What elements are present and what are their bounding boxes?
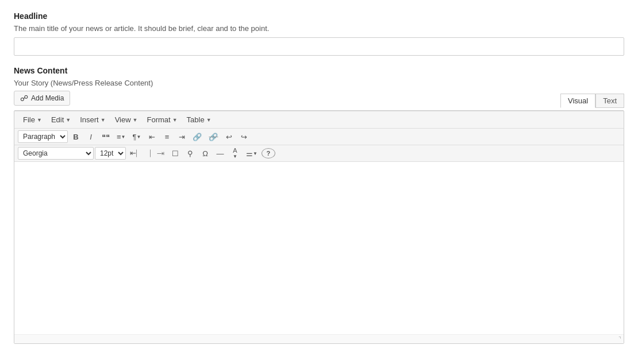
special-char-button[interactable]: Ω: [198, 147, 212, 160]
headline-label: Headline: [14, 11, 624, 21]
ordered-list-button[interactable]: ¶ ▼: [130, 130, 144, 143]
insert-link-button[interactable]: 🔗: [190, 130, 205, 143]
italic-button[interactable]: I: [84, 130, 98, 143]
headline-input[interactable]: [14, 37, 624, 56]
align-right-button[interactable]: ⇥: [175, 130, 189, 143]
font-color-arrow: ▼: [233, 154, 237, 159]
anchor-button[interactable]: ⚲: [183, 147, 197, 160]
visual-tab-button[interactable]: Visual: [560, 94, 595, 108]
outdent-button[interactable]: ⇤⎸: [127, 147, 146, 160]
editor-wrapper: File ▼ Edit ▼ Insert ▼ View ▼ Format ▼ T…: [14, 110, 624, 344]
menu-format[interactable]: Format ▼: [143, 114, 182, 126]
text-tab-button[interactable]: Text: [595, 94, 624, 108]
menu-file-arrow: ▼: [37, 117, 42, 123]
editor-content-area[interactable]: [14, 162, 624, 334]
menu-insert[interactable]: Insert ▼: [76, 114, 109, 126]
menu-file[interactable]: File ▼: [19, 114, 46, 126]
resize-icon: ⌝: [618, 336, 621, 342]
news-content-label: News Content: [14, 66, 624, 75]
menu-view-arrow: ▼: [133, 117, 138, 123]
menu-insert-label: Insert: [80, 115, 99, 124]
align-left-button[interactable]: ⇤: [145, 130, 159, 143]
add-media-icon: ☍: [20, 94, 28, 103]
menu-table[interactable]: Table ▼: [183, 114, 216, 126]
font-family-select[interactable]: Georgia Arial Times New Roman: [18, 147, 94, 160]
headline-section: Headline The main title of your news or …: [14, 11, 624, 66]
editor-resize-handle: ⌝: [14, 334, 624, 343]
menu-edit-arrow: ▼: [66, 117, 71, 123]
news-content-section: News Content Your Story (News/Press Rele…: [14, 66, 624, 344]
toolbar-row-1: Paragraph Heading 1 Heading 2 Heading 3 …: [14, 129, 624, 145]
visual-text-tabs: Visual Text: [560, 94, 624, 108]
font-size-select[interactable]: 12pt 10pt 11pt 14pt 18pt 24pt: [95, 147, 126, 160]
editor-menubar: File ▼ Edit ▼ Insert ▼ View ▼ Format ▼ T…: [14, 111, 624, 129]
toolbar-row-2: Georgia Arial Times New Roman 12pt 10pt …: [14, 145, 624, 162]
menu-view[interactable]: View ▼: [111, 114, 142, 126]
help-button[interactable]: ?: [262, 148, 275, 158]
indent-button[interactable]: ⎸⇥: [147, 147, 167, 160]
redo-button[interactable]: ↪: [237, 130, 251, 143]
menu-insert-arrow: ▼: [101, 117, 106, 123]
font-color-label: A: [233, 148, 237, 154]
blockquote-button[interactable]: ❝❝: [99, 130, 113, 143]
paragraph-select[interactable]: Paragraph Heading 1 Heading 2 Heading 3 …: [18, 130, 68, 143]
unordered-list-button[interactable]: ≡ ▼: [114, 130, 129, 143]
add-media-button[interactable]: ☍ Add Media: [14, 91, 70, 106]
remove-link-button[interactable]: 🔗: [206, 130, 221, 143]
menu-file-label: File: [23, 115, 35, 124]
add-media-label: Add Media: [31, 94, 64, 102]
align-center-button[interactable]: ≡: [160, 130, 174, 143]
media-button[interactable]: ☐: [168, 147, 182, 160]
hr-button[interactable]: ―: [213, 147, 227, 160]
menu-format-arrow: ▼: [172, 117, 178, 123]
story-label: Your Story (News/Press Release Content): [14, 79, 624, 87]
font-color-button[interactable]: A ▼: [228, 147, 242, 160]
menu-table-arrow: ▼: [206, 117, 212, 123]
menu-edit[interactable]: Edit ▼: [47, 114, 75, 126]
menu-table-label: Table: [187, 115, 205, 124]
menu-view-label: View: [115, 115, 131, 124]
undo-button[interactable]: ↩: [222, 130, 236, 143]
menu-format-label: Format: [147, 115, 171, 124]
menu-edit-label: Edit: [51, 115, 64, 124]
table-insert-button[interactable]: ⚌ ▼: [243, 147, 260, 160]
bold-button[interactable]: B: [69, 130, 83, 143]
headline-description: The main title of your news or article. …: [14, 24, 624, 33]
